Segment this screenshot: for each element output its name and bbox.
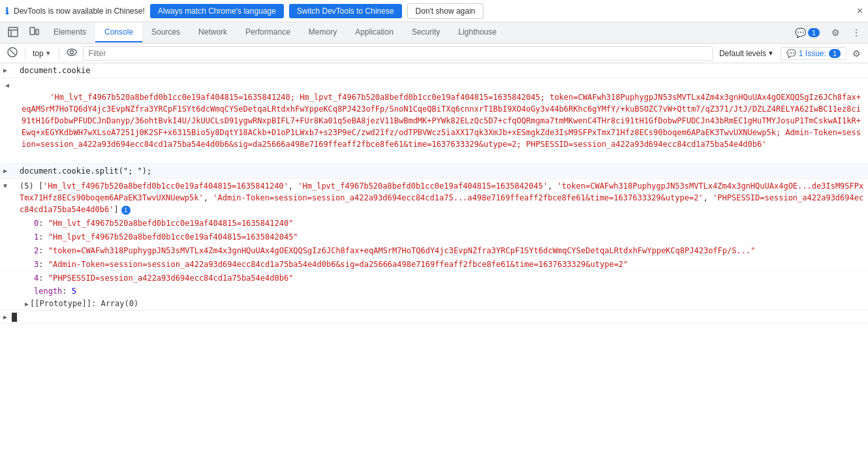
issues-button[interactable]: 💬 1 Issue: 1 [781,47,846,60]
item2-colon: : [39,245,48,257]
issues-badge: 1 [829,49,841,58]
svg-rect-2 [36,29,39,35]
default-levels-button[interactable]: Default levels ▼ [715,48,778,59]
console-settings-button[interactable]: ⚙ [849,46,864,61]
item2-index: 2 [34,245,39,257]
array-summary-text: (5) ['Hm_lvt_f4967b520a8befd0b1cc0e19af4… [20,181,863,214]
array-summary-content: (5) ['Hm_lvt_f4967b520a8befd0b1cc0e19af4… [18,180,868,215]
chevron-down-icon: ▼ [767,50,774,57]
svg-point-5 [67,49,76,55]
tab-lighthouse[interactable]: Lighthouse [449,23,506,42]
array-item-4: 4 : "PHPSESSID=session_a422a93d694ecc84c… [0,272,868,285]
tab-memory[interactable]: Memory [300,23,346,42]
console-toolbar: top ▼ Default levels ▼ 💬 1 Issue: 1 ⚙ [0,44,868,63]
eye-filter-button[interactable] [63,45,80,61]
tab-security[interactable]: Security [403,23,449,42]
tab-console[interactable]: Console [95,23,142,42]
prompt-arrow: ▶ [0,312,10,322]
item0-index: 0 [34,217,39,229]
svg-line-4 [10,50,15,55]
array-length-line: length : 5 [0,285,868,298]
chat-icon: 💬 [795,27,806,38]
prompt-cursor[interactable] [10,313,868,322]
entry1-arrow[interactable]: ▶ [0,65,10,75]
tab-elements[interactable]: Elements [44,23,95,42]
info-icon: ℹ [5,6,8,16]
eye-icon [67,47,77,57]
filter-container [83,46,713,61]
tab-application[interactable]: Application [346,23,403,42]
array-item-2: 2 : "token=CWAFwh318PuphygpJN53sMVTLx4Zm… [0,244,868,258]
issues-text: 1 Issue: [799,49,826,58]
item4-value: "PHPSESSID=session_a422a93d694ecc84cd1a7… [48,272,294,284]
item0-colon: : [39,217,48,229]
top-frame-button[interactable]: top ▼ [29,47,55,60]
info-text: DevTools is now available in Chinese! [14,7,145,16]
entry2-arrow[interactable]: ▶ [0,165,10,176]
device-toolbar-button[interactable] [23,23,44,43]
tab-bar-right: 💬 1 ⚙ ⋮ [790,24,865,41]
array-proto-line: [[Prototype]] : Array(0) [0,298,868,310]
length-label: length [34,285,62,297]
length-colon: : [62,285,71,297]
svg-rect-0 [8,27,18,37]
item3-index: 3 [34,259,39,270]
length-value: 5 [72,285,76,297]
tab-network[interactable]: Network [189,23,236,42]
item2-value: "token=CWAFwh318PuphygpJN53sMVTLx4Zm4x3g… [48,245,756,257]
gear-icon: ⚙ [831,27,840,38]
switch-chinese-button[interactable]: Switch DevTools to Chinese [289,4,402,18]
svg-rect-1 [30,27,35,35]
proto-colon: : [91,298,101,309]
item3-colon: : [39,259,48,270]
clear-console-button[interactable] [4,45,21,61]
array-expand-arrow[interactable] [0,180,10,191]
item0-value: "Hm_lvt_f4967b520a8befd0b1cc0e19af404815… [48,217,294,229]
info-circle-icon[interactable]: i [121,206,131,215]
proto-value: Array(0) [101,298,138,309]
array-item-1: 1 : "Hm_lpvt_f4967b520a8befd0b1cc0e19af4… [0,230,868,244]
clear-icon [7,47,18,57]
toolbar-right: Default levels ▼ 💬 1 Issue: 1 ⚙ [715,46,864,61]
info-bar-close-button[interactable]: × [857,5,863,17]
item1-index: 1 [34,231,39,243]
kebab-icon: ⋮ [852,27,861,38]
proto-label: [[Prototype]] [30,298,91,309]
array-output-row: (5) ['Hm_lvt_f4967b520a8befd0b1cc0e19af4… [0,179,868,217]
settings-gear-icon: ⚙ [852,48,861,59]
array-item-3: 3 : "Admin-Token=session=session_a422a93… [0,258,868,272]
array-item-0: 0 : "Hm_lvt_f4967b520a8befd0b1cc0e19af40… [0,217,868,230]
more-menu-button[interactable]: ⋮ [847,24,865,41]
entry2-command-text: document.cookie.split("; "); [20,166,151,176]
info-bar: ℹ DevTools is now available in Chinese! … [0,0,868,22]
inspect-icon [8,27,18,37]
console-entry-1-output: ◀ 'Hm_lvt_f4967b520a8befd0b1cc0e19af4048… [0,78,868,164]
inspect-icon-button[interactable] [3,23,23,43]
entry1-output-arrow: ◀ [2,80,12,90]
item4-colon: : [39,272,48,284]
match-language-button[interactable]: Always match Chrome's language [150,4,284,18]
default-levels-label: Default levels [719,49,766,58]
settings-button[interactable]: ⚙ [827,24,845,41]
console-entry-1: ▶ document.cookie [0,63,868,78]
proto-expand-arrow[interactable] [25,299,29,309]
tab-performance[interactable]: Performance [236,23,300,42]
dropdown-arrow-icon: ▼ [45,50,52,57]
console-entry-2: ▶ document.cookie.split("; "); [0,164,868,179]
svg-point-6 [70,51,73,54]
issues-chat-icon: 💬 [786,49,796,58]
entry1-output-content: 'Hm_lvt_f4967b520a8befd0b1cc0e19af404815… [20,80,868,162]
console-output: ▶ document.cookie ◀ 'Hm_lvt_f4967b520a8b… [0,63,868,455]
entry1-cookie-value: 'Hm_lvt_f4967b520a8befd0b1cc0e19af404815… [22,93,861,149]
tab-sources[interactable]: Sources [142,23,189,42]
entry2-command: document.cookie.split("; "); [18,165,868,177]
item1-value: "Hm_lpvt_f4967b520a8befd0b1cc0e19af40481… [48,231,298,243]
cursor-block [12,313,17,322]
console-entry-2-output: (5) ['Hm_lvt_f4967b520a8befd0b1cc0e19af4… [0,179,868,311]
divider1 [25,48,25,59]
device-icon [29,27,39,37]
dont-show-again-button[interactable]: Don't show again [407,3,484,19]
filter-input[interactable] [86,48,709,59]
issues-badge-button[interactable]: 💬 1 [790,24,824,41]
entry1-command: document.cookie [18,65,868,76]
